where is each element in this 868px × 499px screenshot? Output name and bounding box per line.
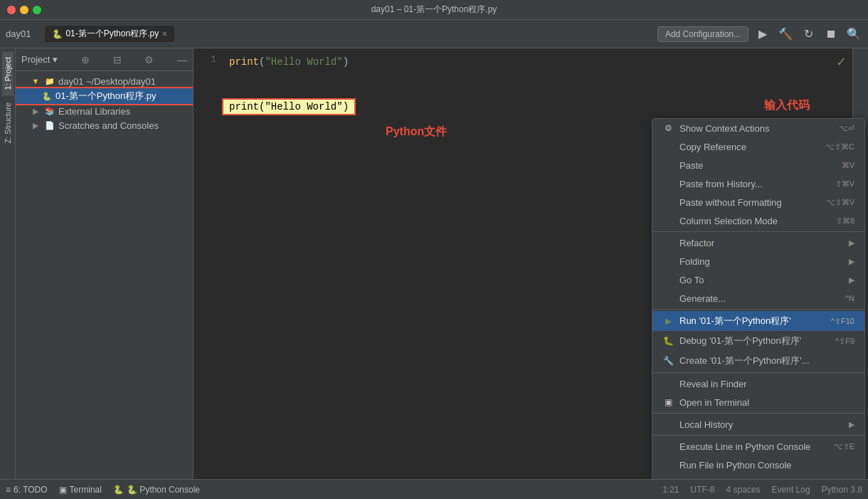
sidebar-item-project[interactable]: 1: Project — [2, 51, 14, 95]
add-icon[interactable]: ⊕ — [81, 54, 90, 65]
ctx-compare-clipboard[interactable]: Compare with Clipboard — [652, 474, 864, 479]
ctx-execute-line[interactable]: Execute Line in Python Console ⌥⇧E — [652, 437, 864, 456]
python-console-icon: 🐍 — [113, 485, 124, 495]
close-btn[interactable] — [7, 6, 16, 14]
ctx-label-reveal: Reveal in Finder — [679, 379, 747, 389]
ctx-paste-history[interactable]: Paste from History... ⇧⌘V — [652, 174, 864, 193]
left-side-tabs: 1: Project Z: Structure — [0, 48, 16, 479]
run-button[interactable]: ▶ — [754, 26, 771, 43]
paste-icon — [662, 159, 674, 171]
tree-label-python-file: 01-第一个Python程序.py — [55, 90, 157, 103]
ctx-reveal-finder[interactable]: Reveal in Finder — [652, 374, 864, 393]
file-tab-active[interactable]: 🐍 01-第一个Python程序.py ✕ — [45, 26, 174, 42]
ctx-label-show-context: Show Context Actions — [679, 123, 769, 134]
todo-icon: ≡ — [6, 485, 11, 495]
debug-icon: 🐛 — [662, 335, 674, 347]
compare-icon — [662, 478, 674, 479]
ctx-column-select[interactable]: Column Selection Mode ⇧⌘8 — [652, 211, 864, 230]
add-configuration-button[interactable]: Add Configuration... — [657, 26, 748, 42]
ctx-label-create: Create '01-第一个Python程序'... — [679, 354, 810, 367]
copy-ref-icon — [662, 141, 674, 152]
ctx-label-run: Run '01-第一个Python程序' — [679, 315, 791, 327]
todo-label: 6: TODO — [14, 485, 48, 495]
ctx-debug[interactable]: 🐛 Debug '01-第一个Python程序' ^⇧F9 — [652, 331, 864, 351]
maximize-btn[interactable] — [33, 6, 41, 14]
line-numbers: 1 — [194, 54, 222, 65]
bottom-tab-terminal[interactable]: ▣ Terminal — [59, 485, 102, 495]
create-icon: 🔧 — [662, 355, 674, 367]
ctx-label-paste-noformat: Paste without Formatting — [679, 197, 782, 208]
generate-icon — [662, 293, 674, 304]
tree-item-external-libs[interactable]: ▶ 📚 External Libraries — [16, 104, 193, 118]
ctx-paste[interactable]: Paste ⌘V — [652, 156, 864, 174]
build-button[interactable]: 🔨 — [777, 26, 794, 43]
code-func-name: print — [229, 56, 259, 68]
ctx-folding[interactable]: Folding ▶ — [652, 252, 864, 270]
project-panel: Project ▾ ⊕ ⊟ ⚙ — ▼ 📁 day01 ~/Desktop/da… — [16, 48, 194, 479]
ctx-shortcut-exec: ⌥⇧E — [834, 442, 854, 451]
minimize-btn[interactable] — [20, 6, 28, 14]
ctx-shortcut-generate: ^N — [845, 294, 854, 303]
code-annotation-box: print("Hello World") — [222, 98, 356, 115]
ctx-label-run-file: Run File in Python Console — [679, 460, 792, 471]
ctx-open-terminal[interactable]: ▣ Open in Terminal — [652, 393, 864, 411]
tree-item-python-file[interactable]: 🐍 01-第一个Python程序.py — [16, 88, 193, 104]
tree-label-day01: day01 ~/Desktop/day01 — [58, 76, 156, 87]
ctx-label-terminal: Open in Terminal — [679, 397, 749, 408]
ctx-label-copy-ref: Copy Reference — [679, 142, 746, 152]
collapse-icon[interactable]: ⊟ — [113, 54, 122, 65]
tab-bar: 🐍 01-第一个Python程序.py ✕ — [36, 26, 652, 42]
ctx-paste-no-format[interactable]: Paste without Formatting ⌥⇧⌘V — [652, 193, 864, 211]
ctx-run-file[interactable]: Run File in Python Console — [652, 456, 864, 474]
ctx-local-history[interactable]: Local History ▶ — [652, 415, 864, 434]
terminal-label: Terminal — [70, 485, 102, 495]
run-icon: ▶ — [662, 315, 674, 327]
update-button[interactable]: ↻ — [800, 26, 817, 43]
finder-icon — [662, 378, 674, 389]
ctx-refactor[interactable]: Refactor ▶ — [652, 233, 864, 252]
ctx-shortcut-debug: ^⇧F9 — [835, 337, 854, 346]
refactor-icon — [662, 237, 674, 248]
stop-button[interactable]: ⏹ — [822, 26, 840, 43]
bottom-tab-python-console[interactable]: 🐍 🐍 Python Console — [113, 485, 200, 495]
search-button[interactable]: 🔍 — [845, 26, 862, 43]
ctx-label-debug: Debug '01-第一个Python程序' — [679, 335, 801, 347]
window-controls — [7, 6, 41, 14]
tree-item-day01[interactable]: ▼ 📁 day01 ~/Desktop/day01 — [16, 74, 193, 88]
ctx-shortcut-copy-ref: ⌥⇧⌘C — [825, 142, 854, 152]
paste-noformat-icon — [662, 196, 674, 208]
ctx-label-goto: Go To — [679, 275, 704, 285]
ctx-sep-1 — [652, 231, 864, 232]
project-tree: ▼ 📁 day01 ~/Desktop/day01 🐍 01-第一个Python… — [16, 71, 193, 479]
ctx-shortcut-context: ⌥⏎ — [839, 124, 854, 133]
code-line-1[interactable]: print("Hello World") — [194, 54, 852, 70]
editor-area[interactable]: 1 print("Hello World") print("Hello Worl… — [194, 48, 852, 479]
close-panel-icon[interactable]: — — [177, 54, 187, 65]
tab-close-icon[interactable]: ✕ — [162, 30, 167, 38]
ctx-create[interactable]: 🔧 Create '01-第一个Python程序'... — [652, 351, 864, 371]
ctx-label-refactor: Refactor — [679, 238, 714, 248]
status-bar-right: 1:21 UTF-8 4 spaces Event Log Python 3.8 — [662, 485, 862, 495]
ctx-label-paste-history: Paste from History... — [679, 179, 763, 189]
code-string: "Hello World" — [265, 56, 342, 68]
python-console-label: 🐍 Python Console — [127, 485, 200, 495]
ctx-copy-reference[interactable]: Copy Reference ⌥⇧⌘C — [652, 137, 864, 156]
bottom-tab-todo[interactable]: ≡ 6: TODO — [6, 485, 48, 495]
folder-icon: ▼ — [30, 75, 41, 87]
sidebar-item-structure[interactable]: Z: Structure — [2, 97, 14, 149]
ctx-generate[interactable]: Generate... ^N — [652, 289, 864, 308]
project-panel-header: Project ▾ ⊕ ⊟ ⚙ — — [16, 48, 193, 71]
ctx-run[interactable]: ▶ Run '01-第一个Python程序' ^⇧F10 — [652, 311, 864, 331]
ide-body: day01 🐍 01-第一个Python程序.py ✕ Add Configur… — [0, 20, 868, 499]
toolbar-right: Add Configuration... ▶ 🔨 ↻ ⏹ 🔍 — [657, 26, 862, 43]
tree-item-scratches[interactable]: ▶ 📄 Scratches and Consoles — [16, 118, 193, 132]
ctx-shortcut-run: ^⇧F10 — [831, 317, 854, 326]
gear-icon[interactable]: ⚙ — [144, 54, 154, 65]
terminal-icon: ▣ — [662, 396, 674, 408]
ctx-show-context-actions[interactable]: ⚙ Show Context Actions ⌥⏎ — [652, 119, 864, 137]
ctx-goto[interactable]: Go To ▶ — [652, 270, 864, 289]
cursor-position: 1:21 — [662, 485, 679, 495]
terminal-tab-icon: ▣ — [59, 485, 67, 495]
event-log[interactable]: Event Log — [772, 485, 810, 495]
bottom-bar: ≡ 6: TODO ▣ Terminal 🐍 🐍 Python Console … — [0, 479, 868, 499]
